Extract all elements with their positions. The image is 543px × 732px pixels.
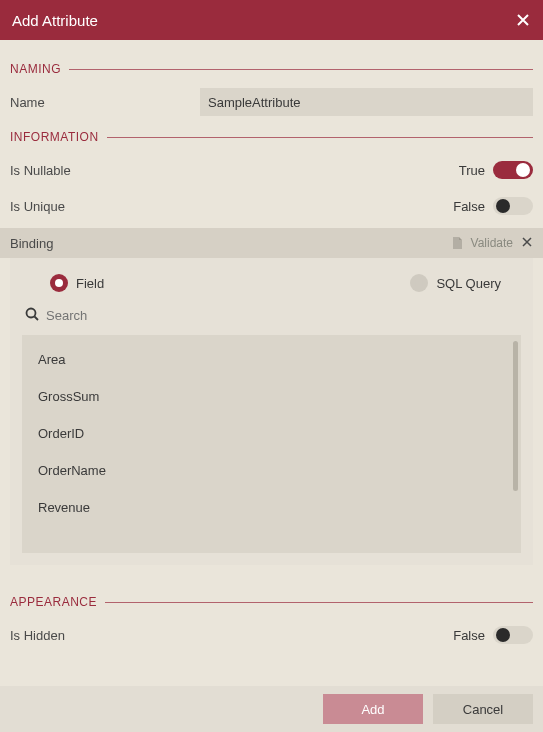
is-nullable-value: True: [459, 163, 485, 178]
binding-type-row: Field SQL Query: [22, 274, 521, 292]
list-item[interactable]: Revenue: [22, 489, 521, 526]
search-input[interactable]: [46, 308, 521, 323]
search-row: [22, 306, 521, 325]
is-hidden-row: Is Hidden False: [10, 619, 533, 651]
binding-header: Binding Validate: [0, 228, 543, 258]
is-unique-toggle[interactable]: [493, 197, 533, 215]
is-nullable-toggle[interactable]: [493, 161, 533, 179]
validate-label[interactable]: Validate: [471, 236, 513, 250]
is-hidden-value: False: [453, 628, 485, 643]
radio-sql[interactable]: SQL Query: [410, 274, 501, 292]
is-hidden-toggle[interactable]: [493, 626, 533, 644]
radio-field-label: Field: [76, 276, 104, 291]
radio-selected-icon: [50, 274, 68, 292]
is-hidden-label: Is Hidden: [10, 628, 200, 643]
cancel-button[interactable]: Cancel: [433, 694, 533, 724]
divider: [105, 602, 533, 603]
svg-line-1: [35, 317, 39, 321]
binding-panel: Field SQL Query Area GrossSum OrderID Or…: [10, 258, 533, 565]
search-icon: [24, 306, 40, 325]
name-label: Name: [10, 95, 200, 110]
dialog-body: NAMING Name INFORMATION Is Nullable True…: [0, 40, 543, 651]
section-appearance-label: APPEARANCE: [10, 595, 97, 609]
dialog-header: Add Attribute: [0, 0, 543, 40]
radio-sql-label: SQL Query: [436, 276, 501, 291]
section-information-label: INFORMATION: [10, 130, 99, 144]
list-item[interactable]: Area: [22, 341, 521, 378]
name-row: Name: [10, 86, 533, 118]
name-input[interactable]: [200, 88, 533, 116]
binding-close-icon[interactable]: [521, 236, 533, 251]
dialog-title: Add Attribute: [12, 12, 98, 29]
document-icon: [451, 236, 463, 250]
is-unique-row: Is Unique False: [10, 190, 533, 222]
section-naming-label: NAMING: [10, 62, 61, 76]
section-naming: NAMING: [10, 62, 533, 76]
section-appearance: APPEARANCE: [10, 595, 533, 609]
is-unique-value: False: [453, 199, 485, 214]
scrollbar[interactable]: [513, 341, 518, 491]
field-list: Area GrossSum OrderID OrderName Revenue: [22, 335, 521, 553]
list-item[interactable]: OrderName: [22, 452, 521, 489]
add-button[interactable]: Add: [323, 694, 423, 724]
svg-point-0: [27, 309, 36, 318]
is-unique-label: Is Unique: [10, 199, 200, 214]
list-item[interactable]: GrossSum: [22, 378, 521, 415]
list-item[interactable]: OrderID: [22, 415, 521, 452]
divider: [107, 137, 533, 138]
dialog-footer: Add Cancel: [0, 686, 543, 732]
radio-field[interactable]: Field: [50, 274, 104, 292]
radio-unselected-icon: [410, 274, 428, 292]
is-nullable-label: Is Nullable: [10, 163, 200, 178]
section-information: INFORMATION: [10, 130, 533, 144]
divider: [69, 69, 533, 70]
close-icon[interactable]: [515, 12, 531, 28]
binding-label: Binding: [10, 236, 53, 251]
is-nullable-row: Is Nullable True: [10, 154, 533, 186]
